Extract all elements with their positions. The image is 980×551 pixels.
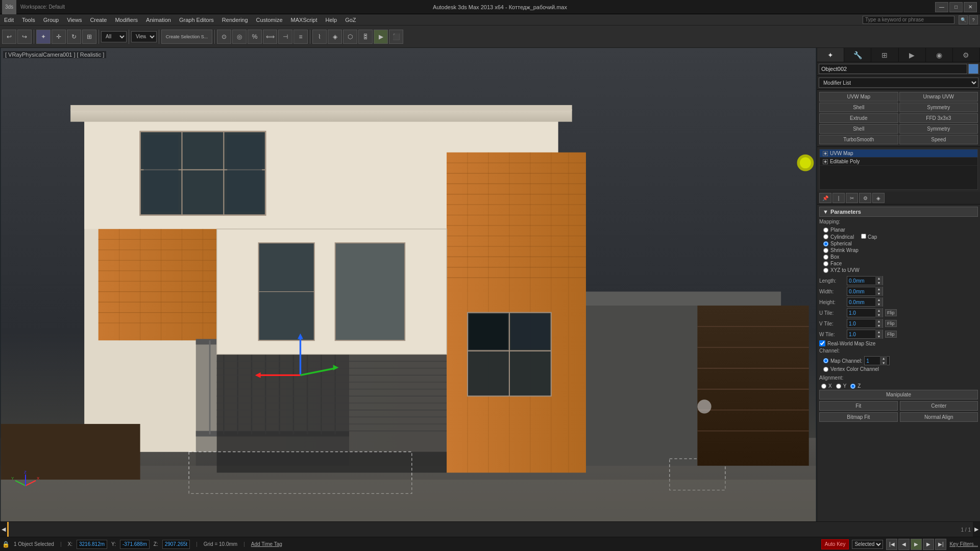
next-frame-btn[interactable]: ▶ xyxy=(923,539,934,550)
u-spin-down[interactable]: ▼ xyxy=(875,313,883,317)
chan-spin-down[interactable]: ▼ xyxy=(880,361,887,365)
modifier-list-dropdown[interactable]: Modifier List xyxy=(819,78,978,88)
y-coord[interactable]: -371.688m xyxy=(120,540,150,549)
map-channel-spinner[interactable]: ▲ ▼ xyxy=(864,356,890,365)
scale-button[interactable]: ⊞ xyxy=(82,30,96,44)
mapping-planar[interactable]: Planar xyxy=(823,227,974,233)
stack-remove-btn[interactable]: ✂ xyxy=(846,193,858,203)
timeline-bar[interactable]: 1 / 1 xyxy=(7,522,973,537)
w-tile-spinner[interactable]: ▲ ▼ xyxy=(847,330,883,339)
mod-btn-unwrap-uvw[interactable]: Unwrap UVW xyxy=(899,92,978,102)
timeline[interactable]: ◀ 1 / 1 ▶ xyxy=(0,521,980,537)
stack-item-editable-poly[interactable]: ◈ Editable Poly xyxy=(820,158,977,166)
menu-edit[interactable]: Edit xyxy=(0,16,18,24)
radio-xyz-uvw[interactable] xyxy=(823,268,828,273)
v-spin-up[interactable]: ▲ xyxy=(875,319,883,323)
undo-button[interactable]: ↩ xyxy=(2,30,16,44)
help-icon[interactable]: ? xyxy=(969,15,978,24)
menu-graph-editors[interactable]: Graph Editors xyxy=(175,16,218,24)
render-frame-btn[interactable]: ⬛ xyxy=(389,30,403,44)
search-input[interactable] xyxy=(863,16,954,24)
radio-box[interactable] xyxy=(823,255,828,260)
minimize-button[interactable]: — xyxy=(935,2,948,12)
prev-frame-btn[interactable]: ◀ xyxy=(898,539,910,550)
go-start-btn[interactable]: |◀ xyxy=(886,539,897,550)
menu-group[interactable]: Group xyxy=(39,16,63,24)
stack-show-btn[interactable]: | xyxy=(832,193,845,203)
fit-btn[interactable]: Fit xyxy=(819,401,898,411)
radio-align-x[interactable] xyxy=(821,384,826,389)
mapping-box[interactable]: Box xyxy=(823,254,974,260)
render-setup-btn[interactable]: 🎛 xyxy=(358,30,373,44)
go-end-btn[interactable]: ▶| xyxy=(935,539,946,550)
view-dropdown[interactable]: View xyxy=(131,31,157,42)
object-color-box[interactable] xyxy=(968,64,978,74)
maximize-button[interactable]: □ xyxy=(949,2,963,12)
radio-shrink-wrap[interactable] xyxy=(823,248,828,253)
height-input[interactable] xyxy=(847,299,875,305)
menu-customize[interactable]: Customize xyxy=(252,16,287,24)
width-spinner[interactable]: ▲ ▼ xyxy=(847,287,883,296)
visibility-icon-uvw[interactable]: ◈ xyxy=(823,151,828,156)
v-spin-down[interactable]: ▼ xyxy=(875,323,883,328)
radio-planar[interactable] xyxy=(823,228,828,233)
menu-rendering[interactable]: Rendering xyxy=(218,16,252,24)
align-x[interactable]: X xyxy=(821,383,832,389)
radio-align-y[interactable] xyxy=(836,384,841,389)
x-coord[interactable]: 3216.812m xyxy=(77,540,107,549)
select-button[interactable]: ✦ xyxy=(36,30,51,44)
render-btn[interactable]: ▶ xyxy=(374,30,388,44)
mapping-shrink-wrap[interactable]: Shrink Wrap xyxy=(823,247,974,253)
panel-tab-utilities[interactable]: ⚙ xyxy=(953,48,980,62)
play-btn[interactable]: ▶ xyxy=(911,539,922,550)
search-icon[interactable]: 🔍 xyxy=(959,15,968,24)
menu-views[interactable]: Views xyxy=(63,16,86,24)
snap-btn[interactable]: ⊙ xyxy=(217,30,231,44)
u-tile-spinner[interactable]: ▲ ▼ xyxy=(847,308,883,317)
bitmap-fit-btn[interactable]: Bitmap Fit xyxy=(819,412,898,422)
close-button[interactable]: ✕ xyxy=(964,2,977,12)
params-header[interactable]: ▼ Parameters xyxy=(819,207,978,217)
u-tile-input[interactable] xyxy=(847,310,875,316)
w-spin-up[interactable]: ▲ xyxy=(875,330,883,334)
timeline-prev-btn[interactable]: ◀ xyxy=(0,522,7,537)
w-flip-btn[interactable]: Flip xyxy=(885,331,897,338)
visibility-icon-poly[interactable]: ◈ xyxy=(823,159,828,164)
menu-tools[interactable]: Tools xyxy=(18,16,39,24)
stack-settings-btn[interactable]: ⚙ xyxy=(859,193,871,203)
mod-btn-uvw-map[interactable]: UVW Map xyxy=(819,92,898,102)
reference-dropdown[interactable]: All xyxy=(101,31,127,42)
u-spin-up[interactable]: ▲ xyxy=(875,308,883,313)
mod-btn-ffd[interactable]: FFD 3x3x3 xyxy=(899,113,978,123)
search-box[interactable] xyxy=(863,16,954,24)
radio-cylindrical[interactable] xyxy=(823,234,828,239)
menu-animation[interactable]: Animation xyxy=(142,16,175,24)
mod-btn-extrude[interactable]: Extrude xyxy=(819,113,898,123)
percent-snap-btn[interactable]: % xyxy=(248,30,262,44)
key-filters[interactable]: Key Filters... xyxy=(949,541,978,547)
add-time-tag[interactable]: Add Time Tag xyxy=(251,541,282,547)
radio-spherical[interactable] xyxy=(823,241,828,246)
v-tile-input[interactable] xyxy=(847,321,875,327)
length-spinner[interactable]: ▲ ▼ xyxy=(847,276,883,285)
auto-key-button[interactable]: Auto Key xyxy=(821,539,849,549)
radio-align-z[interactable] xyxy=(850,384,855,389)
menu-create[interactable]: Create xyxy=(86,16,111,24)
menu-maxscript[interactable]: MAXScript xyxy=(287,16,322,24)
length-input[interactable] xyxy=(847,278,875,284)
checkbox-cap[interactable] xyxy=(861,234,866,239)
panel-tab-hierarchy[interactable]: ⊞ xyxy=(871,48,898,62)
object-name-input[interactable] xyxy=(819,64,967,74)
center-btn[interactable]: Center xyxy=(900,401,978,411)
height-spin-down[interactable]: ▼ xyxy=(875,302,883,307)
panel-tab-modify[interactable]: 🔧 xyxy=(844,48,871,62)
menu-help[interactable]: Help xyxy=(322,16,341,24)
align-btn[interactable]: ⊣ xyxy=(278,30,292,44)
mod-btn-shell-2[interactable]: Shell xyxy=(819,124,898,134)
align-y[interactable]: Y xyxy=(836,383,847,389)
width-input[interactable] xyxy=(847,289,875,294)
width-spin-up[interactable]: ▲ xyxy=(875,287,883,291)
z-coord[interactable]: 2907.265t xyxy=(162,540,190,549)
panel-tab-create[interactable]: ✦ xyxy=(817,48,844,62)
create-sel-btn[interactable]: Create Selection S... xyxy=(161,30,212,44)
